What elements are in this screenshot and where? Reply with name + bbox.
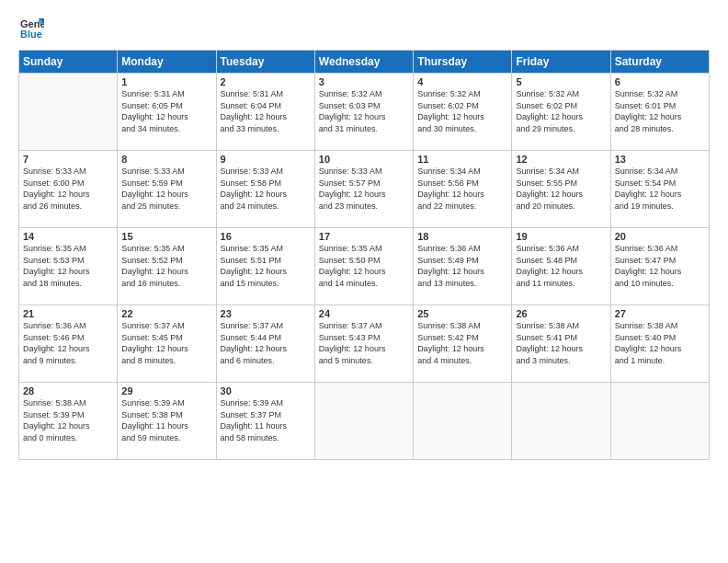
day-info: Sunrise: 5:33 AM Sunset: 5:58 PM Dayligh…	[221, 166, 311, 212]
weekday-header-friday: Friday	[512, 51, 610, 74]
day-info: Sunrise: 5:36 AM Sunset: 5:46 PM Dayligh…	[23, 320, 113, 366]
day-number: 20	[615, 231, 705, 242]
calendar-table: SundayMondayTuesdayWednesdayThursdayFrid…	[18, 50, 710, 460]
page-header: General Blue	[18, 15, 710, 40]
calendar-cell: 12Sunrise: 5:34 AM Sunset: 5:55 PM Dayli…	[512, 151, 610, 228]
day-number: 29	[121, 385, 211, 396]
calendar-cell: 3Sunrise: 5:32 AM Sunset: 6:03 PM Daylig…	[314, 74, 413, 151]
day-info: Sunrise: 5:32 AM Sunset: 6:02 PM Dayligh…	[417, 88, 507, 134]
day-info: Sunrise: 5:35 AM Sunset: 5:51 PM Dayligh…	[221, 243, 311, 289]
day-info: Sunrise: 5:32 AM Sunset: 6:01 PM Dayligh…	[615, 88, 705, 134]
day-number: 28	[23, 385, 113, 396]
calendar-cell: 16Sunrise: 5:35 AM Sunset: 5:51 PM Dayli…	[216, 228, 314, 305]
calendar-cell	[19, 74, 118, 151]
calendar-cell	[414, 383, 512, 460]
logo: General Blue	[18, 15, 48, 40]
calendar-cell: 9Sunrise: 5:33 AM Sunset: 5:58 PM Daylig…	[216, 151, 314, 228]
day-info: Sunrise: 5:39 AM Sunset: 5:37 PM Dayligh…	[221, 397, 311, 443]
weekday-header-sunday: Sunday	[19, 51, 118, 74]
calendar-cell: 6Sunrise: 5:32 AM Sunset: 6:01 PM Daylig…	[610, 74, 709, 151]
day-number: 11	[417, 154, 507, 165]
calendar-cell: 21Sunrise: 5:36 AM Sunset: 5:46 PM Dayli…	[19, 305, 118, 383]
calendar-cell: 24Sunrise: 5:37 AM Sunset: 5:43 PM Dayli…	[314, 305, 413, 383]
day-number: 18	[417, 231, 507, 242]
day-info: Sunrise: 5:38 AM Sunset: 5:41 PM Dayligh…	[516, 320, 606, 366]
calendar-cell: 5Sunrise: 5:32 AM Sunset: 6:02 PM Daylig…	[512, 74, 610, 151]
calendar-cell: 13Sunrise: 5:34 AM Sunset: 5:54 PM Dayli…	[610, 151, 709, 228]
day-info: Sunrise: 5:36 AM Sunset: 5:49 PM Dayligh…	[417, 243, 507, 289]
calendar-cell: 1Sunrise: 5:31 AM Sunset: 6:05 PM Daylig…	[118, 74, 216, 151]
day-info: Sunrise: 5:32 AM Sunset: 6:02 PM Dayligh…	[516, 88, 606, 134]
day-number: 26	[516, 308, 606, 319]
weekday-header-saturday: Saturday	[610, 51, 709, 74]
day-number: 17	[319, 231, 409, 242]
calendar-cell: 22Sunrise: 5:37 AM Sunset: 5:45 PM Dayli…	[118, 305, 216, 383]
day-number: 16	[221, 231, 311, 242]
weekday-header-thursday: Thursday	[414, 51, 512, 74]
calendar-cell: 17Sunrise: 5:35 AM Sunset: 5:50 PM Dayli…	[314, 228, 413, 305]
day-number: 23	[221, 308, 311, 319]
day-info: Sunrise: 5:35 AM Sunset: 5:52 PM Dayligh…	[121, 243, 211, 289]
day-number: 9	[221, 154, 311, 165]
calendar-cell: 15Sunrise: 5:35 AM Sunset: 5:52 PM Dayli…	[118, 228, 216, 305]
calendar-cell: 7Sunrise: 5:33 AM Sunset: 6:00 PM Daylig…	[19, 151, 118, 228]
calendar-cell: 23Sunrise: 5:37 AM Sunset: 5:44 PM Dayli…	[216, 305, 314, 383]
day-number: 21	[23, 308, 113, 319]
calendar-cell: 10Sunrise: 5:33 AM Sunset: 5:57 PM Dayli…	[314, 151, 413, 228]
day-number: 5	[516, 76, 606, 87]
day-info: Sunrise: 5:37 AM Sunset: 5:43 PM Dayligh…	[319, 320, 409, 366]
calendar-cell: 26Sunrise: 5:38 AM Sunset: 5:41 PM Dayli…	[512, 305, 610, 383]
calendar-header-row: SundayMondayTuesdayWednesdayThursdayFrid…	[19, 51, 710, 74]
day-info: Sunrise: 5:37 AM Sunset: 5:45 PM Dayligh…	[121, 320, 211, 366]
calendar-week-3: 14Sunrise: 5:35 AM Sunset: 5:53 PM Dayli…	[19, 228, 710, 305]
day-info: Sunrise: 5:39 AM Sunset: 5:38 PM Dayligh…	[121, 397, 211, 443]
day-info: Sunrise: 5:33 AM Sunset: 6:00 PM Dayligh…	[23, 166, 113, 212]
svg-text:Blue: Blue	[20, 29, 42, 40]
calendar-cell: 14Sunrise: 5:35 AM Sunset: 5:53 PM Dayli…	[19, 228, 118, 305]
day-number: 14	[23, 231, 113, 242]
day-number: 22	[121, 308, 211, 319]
day-number: 3	[319, 76, 409, 87]
calendar-cell: 20Sunrise: 5:36 AM Sunset: 5:47 PM Dayli…	[610, 228, 709, 305]
day-info: Sunrise: 5:35 AM Sunset: 5:50 PM Dayligh…	[319, 243, 409, 289]
day-number: 27	[615, 308, 705, 319]
day-number: 1	[121, 76, 211, 87]
day-number: 2	[221, 76, 311, 87]
day-info: Sunrise: 5:38 AM Sunset: 5:40 PM Dayligh…	[615, 320, 705, 366]
logo-icon: General Blue	[18, 15, 44, 40]
weekday-header-tuesday: Tuesday	[216, 51, 314, 74]
weekday-header-monday: Monday	[118, 51, 216, 74]
calendar-cell: 2Sunrise: 5:31 AM Sunset: 6:04 PM Daylig…	[216, 74, 314, 151]
calendar-week-5: 28Sunrise: 5:38 AM Sunset: 5:39 PM Dayli…	[19, 383, 710, 460]
day-number: 30	[221, 385, 311, 396]
calendar-cell: 28Sunrise: 5:38 AM Sunset: 5:39 PM Dayli…	[19, 383, 118, 460]
day-info: Sunrise: 5:31 AM Sunset: 6:04 PM Dayligh…	[221, 88, 311, 134]
calendar-cell	[512, 383, 610, 460]
calendar-cell: 29Sunrise: 5:39 AM Sunset: 5:38 PM Dayli…	[118, 383, 216, 460]
calendar-cell: 4Sunrise: 5:32 AM Sunset: 6:02 PM Daylig…	[414, 74, 512, 151]
day-info: Sunrise: 5:32 AM Sunset: 6:03 PM Dayligh…	[319, 88, 409, 134]
day-info: Sunrise: 5:38 AM Sunset: 5:42 PM Dayligh…	[417, 320, 507, 366]
day-info: Sunrise: 5:34 AM Sunset: 5:56 PM Dayligh…	[417, 166, 507, 212]
day-number: 8	[121, 154, 211, 165]
day-number: 4	[417, 76, 507, 87]
calendar-cell: 8Sunrise: 5:33 AM Sunset: 5:59 PM Daylig…	[118, 151, 216, 228]
calendar-cell: 25Sunrise: 5:38 AM Sunset: 5:42 PM Dayli…	[414, 305, 512, 383]
calendar-week-1: 1Sunrise: 5:31 AM Sunset: 6:05 PM Daylig…	[19, 74, 710, 151]
calendar-week-4: 21Sunrise: 5:36 AM Sunset: 5:46 PM Dayli…	[19, 305, 710, 383]
day-info: Sunrise: 5:34 AM Sunset: 5:54 PM Dayligh…	[615, 166, 705, 212]
calendar-cell	[610, 383, 709, 460]
calendar-cell: 11Sunrise: 5:34 AM Sunset: 5:56 PM Dayli…	[414, 151, 512, 228]
calendar-week-2: 7Sunrise: 5:33 AM Sunset: 6:00 PM Daylig…	[19, 151, 710, 228]
calendar-cell: 19Sunrise: 5:36 AM Sunset: 5:48 PM Dayli…	[512, 228, 610, 305]
day-info: Sunrise: 5:33 AM Sunset: 5:57 PM Dayligh…	[319, 166, 409, 212]
day-number: 25	[417, 308, 507, 319]
day-number: 24	[319, 308, 409, 319]
calendar-cell	[314, 383, 413, 460]
day-info: Sunrise: 5:36 AM Sunset: 5:48 PM Dayligh…	[516, 243, 606, 289]
weekday-header-wednesday: Wednesday	[314, 51, 413, 74]
day-info: Sunrise: 5:36 AM Sunset: 5:47 PM Dayligh…	[615, 243, 705, 289]
day-number: 7	[23, 154, 113, 165]
day-info: Sunrise: 5:38 AM Sunset: 5:39 PM Dayligh…	[23, 397, 113, 443]
day-number: 15	[121, 231, 211, 242]
